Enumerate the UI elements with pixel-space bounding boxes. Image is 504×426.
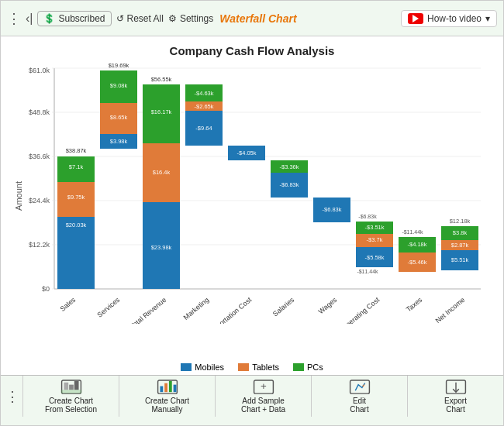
chart-type-title: Waterfall Chart: [219, 12, 296, 25]
tablets-legend-color: [238, 363, 249, 371]
svg-text:$5.51k: $5.51k: [451, 256, 469, 263]
howto-button[interactable]: How-to video ▾: [401, 10, 497, 27]
subscribed-label: Subscribed: [58, 13, 105, 24]
svg-text:$12.18k: $12.18k: [450, 218, 471, 225]
svg-text:-$3.36k: -$3.36k: [279, 163, 299, 170]
edit-chart-icon: [349, 379, 371, 395]
svg-rect-80: [64, 383, 68, 390]
svg-text:$38.87k: $38.87k: [66, 147, 87, 154]
svg-text:$23.98k: $23.98k: [151, 244, 172, 251]
waterfall-chart: Amount $0 $12.2k $24.4k $36.6k $48.8k $6…: [9, 60, 495, 324]
create-chart-from-selection-label: Create ChartFrom Selection: [45, 397, 97, 414]
svg-text:-$9.64: -$9.64: [195, 125, 212, 132]
svg-text:Services: Services: [95, 296, 121, 319]
svg-text:$20.03k: $20.03k: [66, 222, 87, 228]
tablets-legend-label: Tablets: [252, 362, 279, 372]
mobiles-legend-label: Mobiles: [195, 362, 224, 372]
edit-chart-button[interactable]: EditChart: [312, 376, 408, 417]
subscribed-button[interactable]: 💲 Subscribed: [37, 11, 111, 26]
pcs-legend-label: PCs: [307, 362, 323, 372]
svg-text:$3.8k: $3.8k: [453, 229, 468, 236]
svg-text:Net Income: Net Income: [434, 296, 467, 324]
svg-text:$19.69k: $19.69k: [109, 62, 129, 69]
add-sample-chart-label: Add SampleChart + Data: [241, 397, 285, 414]
create-from-selection-icon: [60, 379, 82, 395]
subscribed-icon: 💲: [43, 13, 55, 24]
svg-rect-86: [164, 383, 167, 392]
export-chart-label: ExportChart: [444, 397, 467, 414]
svg-text:-$4.05k: -$4.05k: [236, 149, 256, 156]
svg-text:Operating Cost: Operating Cost: [340, 296, 381, 324]
svg-rect-91: [350, 380, 369, 393]
create-chart-manually-label: Create ChartManually: [145, 397, 189, 414]
legend-mobiles: Mobiles: [181, 362, 224, 372]
pcs-legend-color: [293, 363, 304, 371]
svg-text:-$4.18k: -$4.18k: [407, 241, 426, 248]
export-chart-button[interactable]: ExportChart: [408, 376, 503, 417]
svg-text:$16.4k: $16.4k: [153, 169, 171, 176]
svg-text:Total Revenue: Total Revenue: [129, 296, 168, 324]
legend-tablets: Tablets: [238, 362, 279, 372]
svg-text:$16.17k: $16.17k: [151, 108, 172, 115]
svg-text:$61.0k: $61.0k: [29, 67, 50, 74]
settings-button[interactable]: ⚙ Settings: [168, 13, 213, 24]
reset-all-button[interactable]: ↺ Reset All: [116, 13, 164, 24]
svg-text:-$5.58k: -$5.58k: [364, 254, 384, 261]
svg-text:Wages: Wages: [317, 296, 339, 316]
reset-label: Reset All: [127, 13, 164, 24]
svg-rect-83: [60, 390, 81, 393]
svg-text:$48.8k: $48.8k: [29, 108, 50, 116]
svg-text:$2.87k: $2.87k: [451, 242, 469, 249]
topbar: ⋮ ‹| 💲 Subscribed ↺ Reset All ⚙ Settings…: [1, 1, 503, 36]
bottombar: ⋮ Create ChartFrom Selection Create Char…: [1, 375, 503, 417]
settings-icon: ⚙: [168, 13, 177, 24]
svg-text:$56.55k: $56.55k: [151, 76, 172, 83]
svg-text:Transportation Cost: Transportation Cost: [202, 296, 254, 324]
svg-text:-$6.83k: -$6.83k: [279, 181, 299, 188]
svg-rect-82: [74, 381, 78, 390]
svg-text:-$11.44k: -$11.44k: [402, 229, 423, 235]
svg-text:$36.6k: $36.6k: [29, 153, 50, 160]
svg-text:-$3.51k: -$3.51k: [364, 224, 384, 231]
chart-title: Company Cash Flow Analysis: [9, 44, 495, 57]
svg-text:-$2.65k: -$2.65k: [194, 103, 213, 110]
create-chart-manually-button[interactable]: Create ChartManually: [119, 376, 216, 417]
youtube-icon: [408, 13, 423, 24]
edit-chart-label: EditChart: [350, 397, 368, 414]
svg-text:Salaries: Salaries: [271, 296, 296, 318]
menu-dots-icon[interactable]: ⋮: [7, 10, 19, 27]
svg-text:$7.1k: $7.1k: [69, 163, 84, 170]
add-sample-chart-button[interactable]: + Add SampleChart + Data: [216, 376, 312, 417]
svg-rect-85: [160, 386, 163, 393]
svg-text:-$5.46k: -$5.46k: [407, 259, 426, 266]
svg-text:$9.08k: $9.08k: [110, 82, 128, 89]
create-manually-icon: [157, 379, 178, 395]
chart-area: Company Cash Flow Analysis Amount $0 $12…: [1, 36, 503, 358]
svg-rect-81: [69, 385, 74, 390]
svg-text:$12.2k: $12.2k: [29, 241, 50, 249]
chevron-down-icon: ▾: [485, 13, 490, 24]
svg-text:$8.65k: $8.65k: [110, 114, 128, 121]
howto-label: How-to video: [427, 13, 482, 24]
chart-svg-container: Amount $0 $12.2k $24.4k $36.6k $48.8k $6…: [9, 60, 495, 324]
y-axis-label: Amount: [14, 181, 23, 211]
export-chart-icon: [445, 379, 467, 395]
svg-rect-88: [173, 385, 176, 393]
chart-legend: Mobiles Tablets PCs: [1, 358, 503, 375]
svg-text:-$6.83k: -$6.83k: [358, 214, 377, 219]
svg-rect-87: [168, 381, 171, 392]
svg-text:-$6.83k: -$6.83k: [322, 206, 341, 213]
svg-text:$24.4k: $24.4k: [29, 197, 50, 204]
mobiles-legend-color: [181, 363, 192, 371]
svg-text:$3.98k: $3.98k: [110, 138, 128, 145]
back-button[interactable]: ‹|: [26, 12, 33, 26]
svg-text:-$3.7k: -$3.7k: [367, 236, 383, 243]
svg-text:-$11.44k: -$11.44k: [357, 269, 378, 274]
create-chart-from-selection-button[interactable]: Create ChartFrom Selection: [23, 376, 119, 417]
add-sample-icon: +: [253, 379, 274, 395]
svg-text:$9.75k: $9.75k: [67, 194, 85, 201]
legend-pcs: PCs: [293, 362, 323, 372]
svg-text:Taxes: Taxes: [405, 296, 424, 314]
svg-text:Sales: Sales: [59, 296, 78, 313]
reset-icon: ↺: [116, 13, 124, 24]
